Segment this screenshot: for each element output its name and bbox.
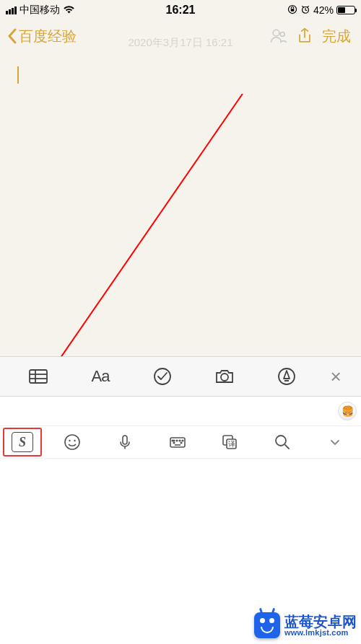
ime-logo-button[interactable]: S <box>3 428 42 456</box>
watermark-title: 蓝莓安卓网 <box>284 614 357 629</box>
svg-point-3 <box>273 30 279 36</box>
svg-point-21 <box>182 440 183 441</box>
translate-button[interactable]: 译 <box>204 433 256 451</box>
signal-bars-icon <box>6 6 17 14</box>
battery-icon <box>336 6 355 14</box>
search-button[interactable] <box>256 433 309 451</box>
note-editor[interactable] <box>0 53 361 356</box>
toolbar-close-button[interactable]: × <box>318 366 354 388</box>
svg-point-19 <box>176 440 178 441</box>
svg-rect-16 <box>123 436 127 444</box>
svg-point-29 <box>276 436 286 446</box>
wifi-icon <box>63 4 75 17</box>
watermark-logo-icon <box>254 612 280 638</box>
svg-point-22 <box>172 440 173 441</box>
checklist-button[interactable] <box>131 366 193 387</box>
svg-point-10 <box>155 369 170 384</box>
collapse-button[interactable] <box>308 435 361 449</box>
sogou-logo-icon: S <box>12 432 33 452</box>
notes-toolbar: Aa × <box>0 356 361 397</box>
status-time: 16:21 <box>166 4 196 17</box>
svg-rect-1 <box>291 9 295 12</box>
watermark: 蓝莓安卓网 www.lmkjst.com <box>254 612 357 638</box>
camera-button[interactable] <box>193 366 256 387</box>
svg-line-30 <box>285 445 289 449</box>
svg-point-14 <box>69 440 71 441</box>
status-bar: 中国移动 16:21 42% <box>0 0 361 19</box>
keyboard-settings-button[interactable] <box>151 433 204 451</box>
text-cursor <box>17 66 19 84</box>
table-button[interactable] <box>7 366 69 387</box>
battery-percent: 42% <box>313 4 334 16</box>
svg-point-15 <box>74 440 76 441</box>
svg-point-23 <box>173 442 175 444</box>
ime-avatar[interactable]: 🍔 <box>338 402 357 420</box>
rotation-lock-icon <box>287 4 297 17</box>
status-left: 中国移动 <box>6 4 166 17</box>
carrier-label: 中国移动 <box>19 4 60 17</box>
ime-area: 🍔 S 译 1Q2W3E4R5T6Y7U8I9O0P ~A!S@D#F%G'H&… <box>0 397 361 644</box>
svg-text:译: 译 <box>228 440 235 448</box>
svg-point-20 <box>179 440 180 441</box>
textstyle-button[interactable]: Aa <box>69 367 131 386</box>
status-right: 42% <box>195 4 355 17</box>
svg-point-24 <box>180 442 182 444</box>
svg-point-13 <box>65 435 79 449</box>
markup-button[interactable] <box>256 366 318 387</box>
svg-rect-17 <box>170 438 185 447</box>
voice-button[interactable] <box>99 433 152 451</box>
alarm-icon <box>300 4 310 17</box>
ime-toolbar: S 译 <box>0 425 361 459</box>
svg-point-11 <box>221 374 228 381</box>
note-timestamp: 2020年3月17日 16:21 <box>0 36 361 50</box>
emoji-button[interactable] <box>46 433 99 451</box>
svg-rect-6 <box>30 370 47 383</box>
ime-header: 🍔 <box>0 397 361 425</box>
watermark-url: www.lmkjst.com <box>284 629 357 637</box>
